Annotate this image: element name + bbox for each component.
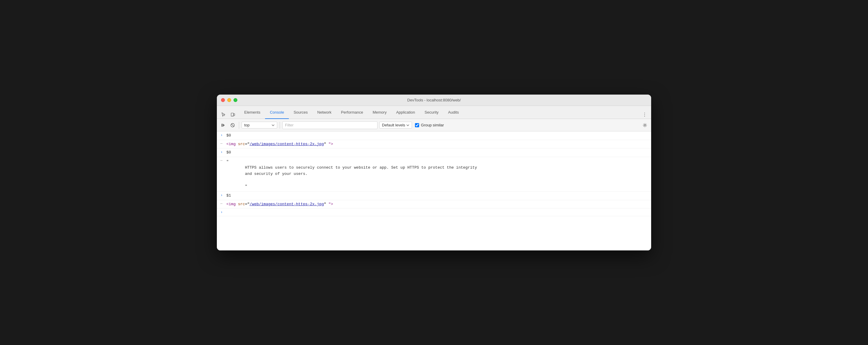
- log-levels-button[interactable]: Default levels: [379, 122, 412, 128]
- tab-bar-right: ⋮: [641, 111, 649, 119]
- tab-performance[interactable]: Performance: [336, 106, 368, 119]
- window-title: DevTools - localhost:8080/web/: [407, 98, 461, 102]
- console-output: › $0 ← <img src="/web/images/content-htt…: [217, 131, 651, 250]
- close-button[interactable]: [221, 98, 225, 102]
- console-entry-5: › $1: [217, 191, 651, 200]
- entry-back-arrow-6[interactable]: ←: [217, 200, 226, 207]
- svg-rect-3: [222, 124, 222, 127]
- tab-console[interactable]: Console: [265, 106, 289, 119]
- entry-content-3: $0: [226, 148, 651, 157]
- entry-expand-arrow-3[interactable]: ›: [217, 148, 226, 156]
- console-input[interactable]: [226, 209, 651, 216]
- more-tabs-button[interactable]: ⋮: [641, 111, 649, 119]
- tab-sources[interactable]: Sources: [289, 106, 313, 119]
- block-icon-button[interactable]: [229, 121, 237, 129]
- entry-content-2: <img src="/web/images/content-https-2x.j…: [226, 140, 651, 148]
- tab-network[interactable]: Network: [313, 106, 336, 119]
- entry-expand-arrow-1[interactable]: ›: [217, 131, 226, 138]
- tab-audits[interactable]: Audits: [443, 106, 463, 119]
- svg-point-7: [644, 124, 646, 126]
- clear-console-button[interactable]: [219, 121, 227, 129]
- minimize-button[interactable]: [227, 98, 231, 102]
- toolbar-separator-2: [280, 122, 280, 129]
- console-entry-1: › $0: [217, 131, 651, 140]
- group-similar-checkbox[interactable]: [415, 123, 419, 127]
- tab-memory[interactable]: Memory: [368, 106, 392, 119]
- input-prompt-icon: ›: [217, 209, 226, 216]
- console-entry-3: › $0: [217, 148, 651, 157]
- entry-expand-arrow-5[interactable]: ›: [217, 191, 226, 199]
- title-bar: DevTools - localhost:8080/web/: [217, 95, 651, 106]
- context-selector[interactable]: top: [242, 122, 277, 128]
- filter-input[interactable]: [282, 121, 377, 129]
- entry-back-arrow-2[interactable]: ←: [217, 140, 226, 147]
- entry-content-4: " HTTPS allows users to securely connect…: [226, 157, 651, 191]
- toolbar-separator-1: [239, 122, 239, 129]
- entry-back-arrow-4[interactable]: ←: [217, 157, 226, 164]
- maximize-button[interactable]: [234, 98, 237, 102]
- devtools-window: DevTools - localhost:8080/web/ Elements: [217, 95, 651, 250]
- tab-bar: Elements Console Sources Network Perform…: [217, 106, 651, 119]
- device-toolbar-icon[interactable]: [229, 111, 237, 119]
- entry-content-5: $1: [226, 191, 651, 200]
- toolbar-left-icons: [219, 111, 237, 119]
- tab-application[interactable]: Application: [392, 106, 420, 119]
- entry-content-6: <img src="/web/images/content-https-2x.j…: [226, 200, 651, 209]
- group-similar-checkbox-label[interactable]: Group similar: [415, 123, 444, 127]
- tab-elements[interactable]: Elements: [240, 106, 265, 119]
- console-input-row: ›: [217, 209, 651, 216]
- entry-content-1: $0: [226, 131, 651, 140]
- traffic-lights: [221, 98, 237, 102]
- tab-security[interactable]: Security: [420, 106, 443, 119]
- svg-line-6: [231, 124, 234, 126]
- console-entry-4: ← " HTTPS allows users to securely conne…: [217, 157, 651, 192]
- svg-rect-1: [234, 114, 235, 116]
- inspect-element-icon[interactable]: [219, 111, 227, 119]
- svg-marker-4: [223, 124, 225, 127]
- console-entry-6: ← <img src="/web/images/content-https-2x…: [217, 200, 651, 209]
- console-toolbar: top Default levels Group similar: [217, 119, 651, 131]
- console-entry-2: ← <img src="/web/images/content-https-2x…: [217, 140, 651, 149]
- settings-gear-icon[interactable]: [641, 121, 649, 129]
